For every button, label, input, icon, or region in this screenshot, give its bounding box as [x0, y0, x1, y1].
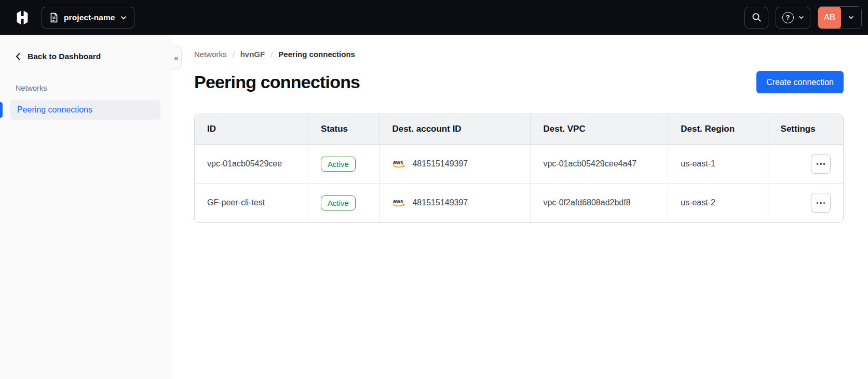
chevron-down-icon [841, 16, 861, 19]
cell-dest-region: us-east-1 [668, 145, 768, 184]
page-title: Peering connections [194, 72, 360, 92]
cell-status: Active [308, 184, 379, 222]
breadcrumb-current: Peering connections [278, 50, 355, 59]
sidebar-item-label: Peering connections [17, 105, 92, 115]
document-icon [49, 12, 59, 23]
hashicorp-logo-icon[interactable] [15, 10, 30, 25]
table-row: GF-peer-cli-test Active aws [195, 184, 843, 222]
avatar: AB [818, 6, 841, 29]
cell-dest-vpc: vpc-01acb05429cee4a47 [531, 145, 668, 184]
svg-text:aws: aws [393, 198, 403, 204]
cell-id: vpc-01acb05429cee [195, 145, 308, 184]
table-header-row: ID Status Dest. account ID Dest. VPC Des… [195, 114, 843, 145]
help-menu-button[interactable]: ? [776, 7, 810, 29]
account-id-value: 481515149397 [412, 198, 468, 207]
aws-icon: aws [392, 159, 406, 169]
aws-icon: aws [392, 198, 406, 207]
cell-dest-vpc: vpc-0f2afd6808ad2bdf8 [531, 184, 668, 222]
breadcrumb-separator: / [233, 50, 235, 59]
user-menu-button[interactable]: AB [818, 6, 862, 29]
topbar: project-name ? AB [0, 0, 868, 35]
back-link-label: Back to Dashboard [28, 52, 101, 61]
account-id-value: 481515149397 [412, 159, 468, 169]
cell-status: Active [308, 145, 379, 184]
collapse-chevrons-icon: « [174, 53, 178, 62]
breadcrumb-separator: / [270, 50, 273, 59]
column-header-settings: Settings [768, 114, 843, 145]
svg-text:aws: aws [393, 159, 403, 165]
chevron-down-icon [798, 16, 804, 19]
help-icon: ? [782, 12, 794, 23]
column-header-status: Status [308, 114, 379, 145]
chevron-down-icon [120, 16, 127, 20]
peering-connections-table: ID Status Dest. account ID Dest. VPC Des… [194, 114, 844, 223]
cell-id: GF-peer-cli-test [195, 184, 308, 222]
row-settings-menu-button[interactable] [811, 154, 831, 174]
search-button[interactable] [744, 7, 768, 29]
chevron-left-icon [16, 52, 21, 61]
cell-dest-region: us-east-2 [668, 184, 768, 222]
project-name-label: project-name [64, 13, 115, 22]
topbar-actions: ? AB [744, 6, 862, 29]
sidebar-section-networks: Networks [16, 84, 171, 92]
cell-settings [768, 184, 843, 222]
create-connection-button[interactable]: Create connection [756, 71, 844, 93]
status-badge: Active [321, 195, 356, 210]
search-icon [752, 12, 762, 22]
sidebar-collapse-button[interactable]: « [171, 46, 182, 69]
back-to-dashboard-link[interactable]: Back to Dashboard [16, 52, 171, 61]
main-content: Networks / hvnGF / Peering connections P… [171, 35, 868, 379]
breadcrumb-networks[interactable]: Networks [194, 50, 227, 59]
column-header-id: ID [195, 114, 308, 145]
cell-dest-account: aws 481515149397 [379, 184, 531, 222]
breadcrumb-hvn[interactable]: hvnGF [240, 50, 265, 59]
page-header: Peering connections Create connection [194, 71, 844, 93]
table-row: vpc-01acb05429cee Active aws [195, 145, 843, 184]
sidebar-item-peering-connections[interactable]: Peering connections [10, 100, 160, 120]
cell-dest-account: aws 481515149397 [379, 145, 531, 184]
status-badge: Active [321, 157, 356, 172]
column-header-dest-region: Dest. Region [668, 114, 768, 145]
sidebar: Back to Dashboard Networks Peering conne… [0, 35, 171, 379]
cell-settings [768, 145, 843, 184]
column-header-dest-vpc: Dest. VPC [531, 114, 668, 145]
row-settings-menu-button[interactable] [811, 193, 831, 213]
project-switcher-button[interactable]: project-name [42, 7, 134, 29]
column-header-dest-account-id: Dest. account ID [379, 114, 531, 145]
breadcrumb: Networks / hvnGF / Peering connections [194, 50, 844, 59]
